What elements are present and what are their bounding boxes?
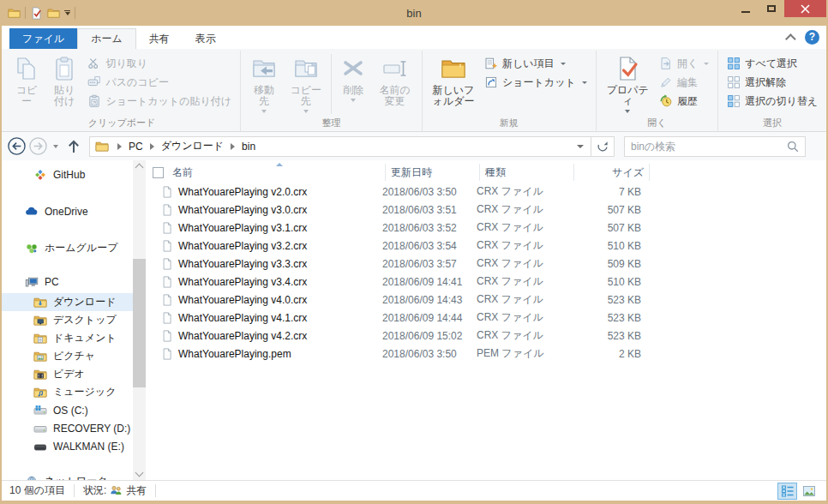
invert-selection-button[interactable]: 選択の切り替え (723, 92, 822, 111)
documents-folder-icon (33, 332, 47, 345)
recent-locations-dropdown-icon[interactable] (53, 145, 58, 148)
item-count: 10 個の項目 (9, 483, 65, 498)
file-row[interactable]: WhatYouarePlaying v3.2.crx 2018/06/03 3:… (146, 237, 826, 255)
scroll-up-icon[interactable] (135, 164, 144, 172)
up-button[interactable] (65, 138, 82, 155)
file-row[interactable]: WhatYouarePlaying.pem 2018/06/03 3:50 PE… (146, 345, 826, 363)
file-row[interactable]: WhatYouarePlaying v3.3.crx 2018/06/03 3:… (146, 255, 826, 273)
delete-button[interactable]: 削除 (334, 52, 372, 102)
new-folder-button[interactable]: 新しいフォルダー (427, 52, 480, 107)
move-to-button[interactable]: 移動先 (245, 52, 283, 113)
shortcut-icon (484, 75, 498, 89)
shortcut-button[interactable]: ショートカット (480, 73, 591, 92)
column-header-type[interactable]: 種類 (480, 164, 574, 181)
copy-button[interactable]: コピー (8, 52, 45, 107)
sidebar-item-onedrive[interactable]: OneDrive (2, 202, 146, 220)
edit-icon (659, 75, 673, 89)
ribbon-tabbar: ファイル ホーム 共有 表示 ? (2, 26, 826, 49)
breadcrumb-segment-pc[interactable]: PC (129, 141, 143, 153)
sidebar-item-walkman-e[interactable]: WALKMAN (E:) (2, 437, 146, 455)
explorer-icon[interactable] (8, 7, 21, 20)
open-button[interactable]: 開く (655, 54, 713, 73)
file-row[interactable]: WhatYouarePlaying v4.1.crx 2018/06/09 14… (146, 309, 826, 327)
forward-button[interactable] (28, 136, 48, 156)
quick-access-toolbar (2, 0, 75, 26)
close-button[interactable] (784, 0, 826, 17)
new-folder-quick-icon[interactable] (47, 7, 60, 20)
sidebar-item-downloads[interactable]: ダウンロード (2, 293, 146, 311)
select-all-button[interactable]: すべて選択 (723, 54, 822, 73)
copy-to-button[interactable]: コピー先 (283, 52, 328, 113)
sidebar-item-github[interactable]: GitHub (2, 165, 146, 183)
ribbon-collapse-icon[interactable] (785, 33, 796, 45)
copy-path-button[interactable]: パスのコピー (83, 73, 236, 92)
details-view-button[interactable] (777, 483, 797, 500)
cut-button[interactable]: 切り取り (83, 54, 236, 73)
tab-share[interactable]: 共有 (136, 28, 183, 49)
select-none-button[interactable]: 選択解除 (723, 73, 822, 92)
scroll-down-icon[interactable] (135, 469, 144, 477)
column-header-size[interactable]: サイズ (574, 164, 650, 181)
status-value: 共有 (126, 483, 147, 498)
breadcrumb-chevron-icon[interactable] (117, 143, 122, 150)
address-dropdown-icon[interactable] (577, 145, 584, 148)
tab-home[interactable]: ホーム (77, 28, 136, 49)
sidebar-item-network[interactable]: ネットワーク (2, 472, 146, 480)
toolbar-separator (75, 7, 75, 19)
select-all-checkbox[interactable] (153, 167, 164, 178)
address-bar[interactable]: PC ダウンロード bin (89, 136, 591, 157)
file-size: 523 KB (571, 330, 646, 342)
thumbnail-view-button[interactable] (799, 483, 819, 500)
sidebar-item-recovery-d[interactable]: RECOVERY (D:) (2, 419, 146, 437)
file-row[interactable]: WhatYouarePlaying v4.0.crx 2018/06/09 14… (146, 291, 826, 309)
sidebar-item-music[interactable]: ミュージック (2, 383, 146, 401)
details-view-icon (781, 484, 795, 498)
customize-toolbar-dropdown-icon[interactable] (64, 10, 70, 16)
sidebar-item-homegroup[interactable]: ホームグループ (2, 239, 146, 257)
search-input[interactable] (625, 141, 786, 153)
breadcrumb-chevron-icon[interactable] (150, 143, 154, 150)
file-row[interactable]: WhatYouarePlaying v3.0.crx 2018/06/03 3:… (146, 201, 826, 219)
help-icon[interactable]: ? (805, 30, 819, 45)
file-icon (161, 203, 173, 217)
history-button[interactable]: 履歴 (655, 92, 713, 111)
sidebar-item-documents[interactable]: ドキュメント (2, 329, 146, 347)
new-item-button[interactable]: 新しい項目 (480, 54, 591, 73)
history-icon (659, 94, 673, 108)
breadcrumb-chevron-icon[interactable] (231, 143, 235, 150)
column-header-name[interactable]: 名前 (171, 164, 386, 181)
back-button[interactable] (7, 136, 27, 156)
sidebar-item-pictures[interactable]: ピクチャ (2, 347, 146, 365)
sidebar-item-videos[interactable]: ビデオ (2, 365, 146, 383)
paste-shortcut-icon (87, 94, 101, 108)
file-row[interactable]: WhatYouarePlaying v2.0.crx 2018/06/03 3:… (146, 183, 826, 201)
close-icon (801, 4, 810, 14)
refresh-button[interactable] (591, 136, 615, 157)
sidebar-item-desktop[interactable]: デスクトップ (2, 311, 146, 329)
edit-button[interactable]: 編集 (655, 73, 713, 92)
group-inner-separator (331, 54, 332, 114)
file-row[interactable]: WhatYouarePlaying v3.1.crx 2018/06/03 3:… (146, 219, 826, 237)
breadcrumb-segment-downloads[interactable]: ダウンロード (161, 139, 224, 153)
window-title: bin (2, 7, 826, 20)
search-icon[interactable] (786, 140, 800, 153)
folder-icon (95, 140, 109, 153)
tab-file[interactable]: ファイル (9, 28, 77, 49)
file-row[interactable]: WhatYouarePlaying v3.4.crx 2018/06/09 14… (146, 273, 826, 291)
properties-button[interactable]: プロパティ (601, 52, 655, 113)
column-header-modified[interactable]: 更新日時 (386, 164, 480, 181)
sidebar-item-os-c[interactable]: OS (C:) (2, 401, 146, 419)
rename-button[interactable]: 名前の変更 (372, 52, 417, 107)
maximize-button[interactable] (759, 0, 784, 17)
tab-view[interactable]: 表示 (183, 28, 229, 49)
sidebar-scrollbar[interactable] (133, 160, 146, 480)
pc-icon (25, 275, 39, 289)
properties-quick-icon[interactable] (30, 7, 43, 20)
breadcrumb-segment-bin[interactable]: bin (242, 141, 255, 153)
paste-shortcut-button[interactable]: ショートカットの貼り付け (83, 92, 236, 111)
sidebar-item-pc[interactable]: PC (2, 273, 146, 291)
file-row[interactable]: WhatYouarePlaying v4.2.crx 2018/06/09 15… (146, 327, 826, 345)
paste-button[interactable]: 貼り付け (45, 52, 83, 107)
scrollbar-thumb[interactable] (133, 259, 146, 387)
minimize-button[interactable] (733, 0, 759, 17)
